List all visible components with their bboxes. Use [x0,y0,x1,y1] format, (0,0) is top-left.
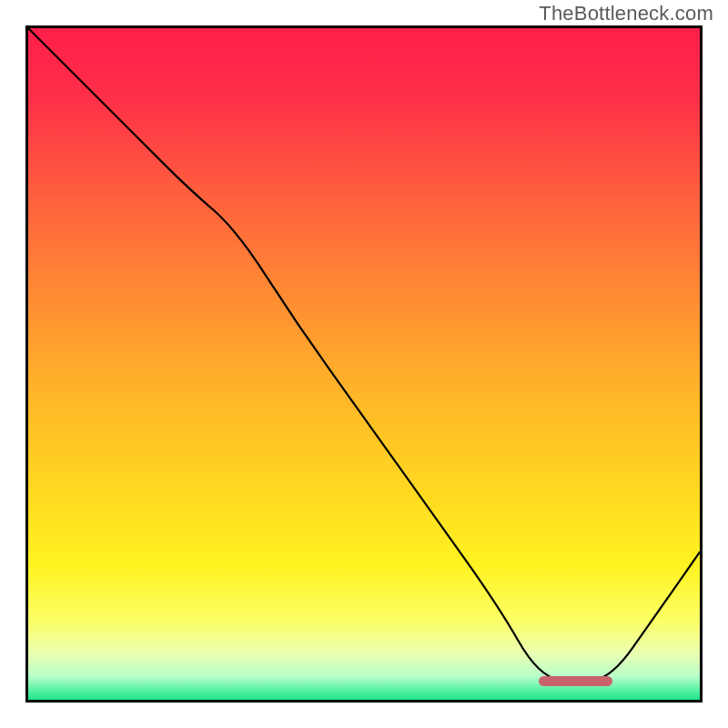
bottleneck-curve [28,28,700,700]
optimal-region-marker [539,676,612,686]
chart-container: TheBottleneck.com [0,0,728,728]
watermark-text: TheBottleneck.com [539,2,713,25]
plot-frame [25,25,703,703]
